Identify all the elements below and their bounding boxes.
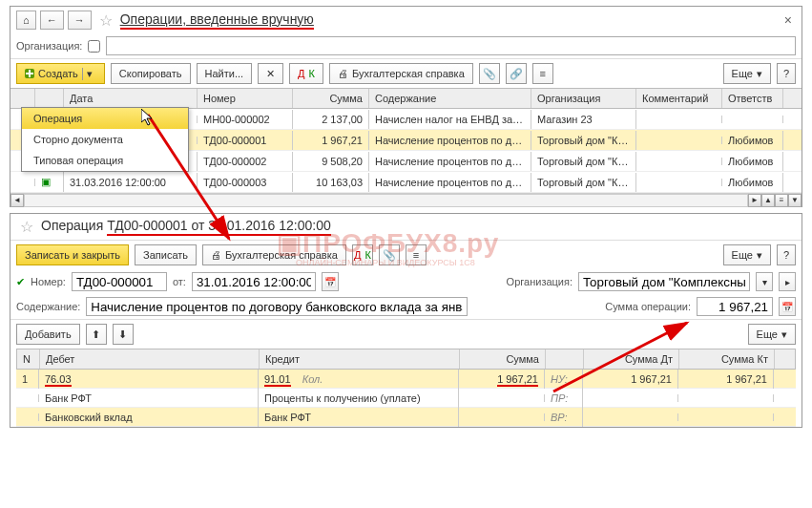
save-close-button[interactable]: Записать и закрыть [16, 244, 129, 265]
doc-org-label: Организация: [507, 276, 573, 287]
desc-input[interactable] [86, 297, 468, 316]
doc-titlebar: ☆ Операция ТД00-000001 от 31.01.2016 12:… [10, 214, 802, 240]
sum-label: Сумма операции: [605, 301, 691, 312]
doc-toolbar: Записать и закрыть Записать 🖨 Бухгалтерс… [10, 240, 802, 269]
from-input[interactable] [192, 272, 316, 291]
help-button[interactable]: ? [777, 63, 796, 84]
doc-acc-help-button[interactable]: 🖨 Бухгалтерская справка [202, 244, 346, 265]
sum-input[interactable] [697, 297, 773, 316]
org-label: Организация: [16, 40, 82, 52]
col-resp[interactable]: Ответств [722, 89, 783, 108]
from-label: от: [173, 276, 186, 287]
list-button[interactable]: ≡ [532, 63, 553, 84]
star-icon[interactable]: ☆ [16, 218, 37, 236]
attach-button-2[interactable]: 📎 [379, 244, 400, 265]
col-org[interactable]: Организация [531, 89, 636, 108]
org-filter-row: Организация: [10, 33, 802, 58]
clear-find-button[interactable]: ✕ [258, 63, 283, 84]
doc-help-button[interactable]: ? [777, 244, 796, 265]
plus-icon [25, 69, 34, 78]
num-label: Номер: [31, 276, 66, 287]
row-sum: 1 967,21 [497, 373, 538, 387]
forward-button[interactable]: → [68, 11, 92, 30]
list-toolbar: Создать ▾ Скопировать Найти... ✕ ДК 🖨 Бу… [10, 58, 802, 88]
col-date[interactable]: Дата [64, 89, 198, 108]
doc-org-input[interactable] [578, 272, 750, 291]
create-menu: Операция Сторно документа Типовая операц… [21, 107, 189, 172]
credit-account: 91.01 [264, 373, 291, 387]
detail-row-3[interactable]: Банковский вклад Банк РФТ ВР: [16, 408, 796, 427]
move-up-button[interactable]: ⬆ [86, 324, 107, 345]
table-header: Дата Номер Сумма Содержание Организация … [10, 88, 802, 109]
detail-row-1[interactable]: 1 76.03 91.01 Кол. 1 967,21 НУ: 1 967,21… [16, 370, 796, 389]
detail-toolbar: Добавить ⬆ ⬇ Еще ▾ [10, 319, 802, 349]
more-label: Еще [732, 68, 753, 79]
detail-table: N Дебет Кредит Сумма Сумма Дт Сумма Кт 1… [16, 349, 796, 427]
dt-kt-button-2[interactable]: ДК [352, 244, 373, 265]
page-title: Операции, введенные вручную [120, 11, 314, 30]
dcol-deb[interactable]: Дебет [40, 349, 260, 369]
chevron-down-icon: ▾ [82, 68, 96, 80]
dcol-n[interactable]: N [17, 349, 40, 369]
bottom-panel: ☆ Операция ТД00-000001 от 31.01.2016 12:… [10, 213, 802, 428]
add-row-button[interactable]: Добавить [16, 324, 80, 345]
col-comm[interactable]: Комментарий [636, 89, 722, 108]
save-button[interactable]: Записать [135, 244, 197, 265]
dcol-sk[interactable]: Сумма Кт [679, 349, 775, 369]
org-input[interactable] [106, 36, 796, 55]
dcol-sum[interactable]: Сумма [460, 349, 546, 369]
doc-title: Операция ТД00-000001 от 31.01.2016 12:00… [41, 218, 331, 236]
attach-button[interactable]: 📎 [479, 63, 500, 84]
create-button[interactable]: Создать ▾ [16, 63, 105, 84]
detail-more-button[interactable]: Еще ▾ [748, 324, 796, 345]
clip-button[interactable]: 🔗 [506, 63, 527, 84]
copy-button[interactable]: Скопировать [111, 63, 191, 84]
back-button[interactable]: ← [40, 11, 64, 30]
close-icon[interactable]: × [781, 12, 796, 28]
debit-account: 76.03 [45, 373, 72, 387]
table-row[interactable]: ▣31.03.2016 12:00:00ТД00-00000310 163,03… [10, 172, 802, 193]
more-button[interactable]: Еще ▾ [723, 63, 771, 84]
col-sum[interactable]: Сумма [293, 89, 369, 108]
mouse-cursor [141, 109, 156, 128]
num-input[interactable] [72, 272, 167, 291]
find-button[interactable]: Найти... [197, 63, 253, 84]
org-checkbox[interactable] [88, 40, 100, 53]
doc-status-icon: ✔ [16, 276, 25, 288]
list-button-2[interactable]: ≡ [406, 244, 427, 265]
dt-kt-button[interactable]: ДК [289, 63, 323, 84]
move-down-button[interactable]: ⬇ [113, 324, 134, 345]
menu-typical[interactable]: Типовая операция [22, 150, 188, 171]
acc-help-label: Бухгалтерская справка [352, 68, 465, 79]
doc-desc-row: Содержание: Сумма операции: 📅 [10, 294, 802, 319]
menu-storno[interactable]: Сторно документа [22, 129, 188, 150]
dcol-sd[interactable]: Сумма Дт [584, 349, 679, 369]
home-button[interactable]: ⌂ [16, 11, 36, 30]
calendar-icon[interactable]: 📅 [322, 272, 339, 291]
create-label: Создать [38, 68, 78, 79]
detail-header: N Дебет Кредит Сумма Сумма Дт Сумма Кт [16, 349, 796, 370]
col-num[interactable]: Номер [198, 89, 293, 108]
dcol-kre[interactable]: Кредит [260, 349, 460, 369]
col-desc[interactable]: Содержание [369, 89, 531, 108]
sum-calc-icon[interactable]: 📅 [779, 297, 796, 316]
org-select-btn[interactable]: ▾ [756, 272, 773, 291]
doc-num-row: ✔ Номер: от: 📅 Организация: ▾ ▸ [10, 269, 802, 294]
detail-row-2[interactable]: Банк РФТ Проценты к получению (уплате) П… [16, 389, 796, 408]
org-open-btn[interactable]: ▸ [779, 272, 796, 291]
menu-operation[interactable]: Операция [22, 108, 188, 129]
doc-more-button[interactable]: Еще ▾ [723, 244, 771, 265]
titlebar: ⌂ ← → ☆ Операции, введенные вручную × [10, 7, 802, 33]
h-scrollbar[interactable]: ◄ ► ▲≡▼ [10, 193, 802, 206]
acc-help-button[interactable]: 🖨 Бухгалтерская справка [329, 63, 473, 84]
star-icon[interactable]: ☆ [95, 11, 116, 30]
desc-label: Содержание: [16, 301, 80, 312]
